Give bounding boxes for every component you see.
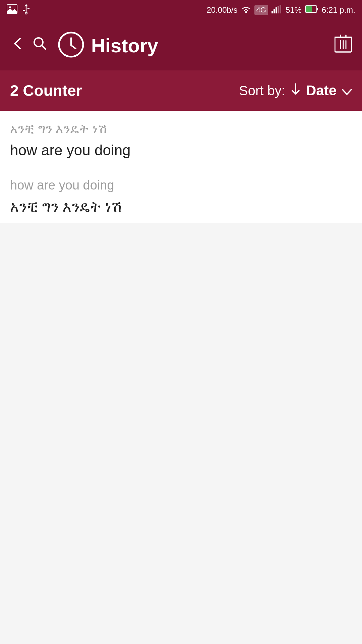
network-speed: 20.00b/s (206, 5, 237, 15)
battery-percent: 51% (286, 5, 302, 15)
empty-content-area (0, 223, 362, 644)
battery-icon (305, 5, 318, 15)
sort-value: Date (306, 83, 337, 99)
app-bar: History (0, 20, 362, 70)
wifi-icon (241, 5, 251, 15)
usb-icon (22, 4, 30, 17)
svg-rect-7 (272, 11, 273, 13)
translation-item-2[interactable]: how are you doing አንቺ ግን እንዴት ነሽ (0, 167, 362, 223)
svg-rect-11 (280, 5, 281, 13)
svg-line-16 (42, 45, 46, 49)
translation-target-2: አንቺ ግን እንዴት ነሽ (10, 197, 352, 216)
svg-rect-4 (23, 10, 25, 11)
history-clock-icon (58, 31, 84, 59)
search-button[interactable] (32, 35, 48, 55)
sort-section[interactable]: Sort by: Date (239, 83, 352, 99)
counter-bar: 2 Counter Sort by: Date (0, 70, 362, 111)
delete-history-button[interactable] (335, 34, 352, 57)
counter-label: 2 Counter (10, 82, 239, 100)
svg-line-19 (71, 45, 76, 49)
translation-list: አንቺ ግን እንዴት ነሽ how are you doing how are… (0, 111, 362, 223)
network-type: 4G (254, 5, 268, 15)
svg-rect-8 (274, 9, 275, 13)
svg-rect-10 (278, 6, 279, 13)
svg-point-6 (245, 11, 247, 13)
sort-desc-icon (291, 83, 301, 98)
sort-dropdown-icon[interactable] (342, 83, 352, 98)
svg-rect-14 (306, 6, 312, 12)
svg-rect-3 (27, 8, 29, 9)
translation-item-1[interactable]: አንቺ ግን እንዴት ነሽ how are you doing (0, 111, 362, 167)
back-button[interactable] (10, 35, 25, 55)
status-bar: 20.00b/s 4G 51% (0, 0, 362, 20)
svg-point-1 (9, 6, 11, 8)
svg-rect-13 (317, 8, 318, 10)
translation-target-1: how are you doing (10, 141, 352, 160)
time: 6:21 p.m. (322, 5, 355, 15)
app-bar-title-section: History (58, 31, 335, 59)
app-bar-title: History (91, 34, 158, 57)
status-left (7, 4, 30, 17)
sort-by-label: Sort by: (239, 83, 285, 98)
status-right: 20.00b/s 4G 51% (206, 5, 355, 15)
image-icon (7, 4, 17, 16)
signal-icon (272, 5, 282, 15)
translation-source-2: how are you doing (10, 177, 352, 194)
translation-source-1: አንቺ ግን እንዴት ነሽ (10, 121, 352, 137)
svg-rect-9 (276, 7, 277, 13)
